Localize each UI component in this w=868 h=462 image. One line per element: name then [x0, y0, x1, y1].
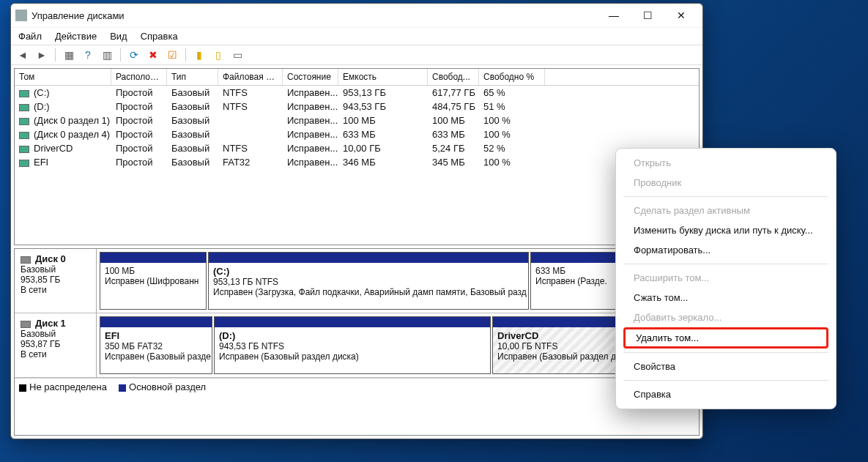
action1-icon[interactable]: ▮ — [192, 48, 207, 62]
menu-action[interactable]: Действие — [55, 31, 97, 42]
menubar: Файл Действие Вид Справка — [11, 27, 702, 45]
table-row[interactable]: (Диск 0 раздел 1)ПростойБазовыйИсправен.… — [15, 113, 699, 127]
col-status[interactable]: Состояние — [283, 69, 338, 85]
cm-shrink[interactable]: Сжать том... — [616, 288, 836, 308]
disk-block: Диск 1Базовый953,87 ГБВ сетиEFI350 МБ FA… — [15, 313, 699, 378]
titlebar[interactable]: Управление дисками — ☐ ✕ — [11, 4, 702, 27]
table-row[interactable]: DriverCDПростойБазовыйNTFSИсправен...10,… — [15, 141, 699, 155]
app-icon — [15, 10, 27, 21]
table-row[interactable]: (D:)ПростойБазовыйNTFSИсправен...943,53 … — [15, 100, 699, 113]
cm-format[interactable]: Форматировать... — [616, 240, 836, 260]
table-row[interactable]: (Диск 0 раздел 4)ПростойБазовыйИсправен.… — [15, 127, 699, 141]
volume-table-body: (C:)ПростойБазовыйNTFSИсправен...953,13 … — [15, 86, 699, 169]
minimize-button[interactable]: — — [597, 4, 631, 26]
cm-props[interactable]: Свойства — [616, 357, 836, 376]
menu-help[interactable]: Справка — [141, 31, 178, 42]
action2-icon[interactable]: ▯ — [211, 48, 226, 62]
disk-label[interactable]: Диск 0Базовый953,85 ГБВ сети — [15, 249, 97, 313]
legend-primary: Основной раздел — [129, 381, 206, 392]
cm-delete[interactable]: Удалить том... — [623, 327, 828, 349]
col-volume[interactable]: Том — [15, 69, 111, 85]
col-freepct[interactable]: Свободно % — [479, 69, 545, 85]
check-icon[interactable]: ☑ — [165, 48, 179, 62]
cm-open[interactable]: Открыть — [616, 153, 836, 173]
disk-label[interactable]: Диск 1Базовый953,87 ГБВ сети — [15, 313, 97, 377]
legend-unalloc: Не распределена — [29, 381, 107, 392]
col-type[interactable]: Тип — [167, 69, 218, 85]
partition[interactable]: (D:)943,53 ГБ NTFSИсправен (Базовый разд… — [214, 316, 491, 374]
cm-letter[interactable]: Изменить букву диска или путь к диску... — [616, 220, 836, 240]
grid-icon[interactable]: ▦ — [62, 48, 76, 62]
props-icon[interactable]: ▥ — [100, 48, 114, 62]
volume-table[interactable]: Том Располож... Тип Файловая с... Состоя… — [14, 68, 700, 245]
refresh-icon[interactable]: ⟳ — [127, 48, 141, 62]
help-icon[interactable]: ? — [81, 48, 95, 62]
col-layout[interactable]: Располож... — [111, 69, 167, 85]
cm-active[interactable]: Сделать раздел активным — [616, 201, 836, 220]
cm-mirror[interactable]: Добавить зеркало... — [616, 308, 836, 327]
maximize-button[interactable]: ☐ — [631, 4, 664, 26]
menu-file[interactable]: Файл — [18, 31, 42, 42]
disk-map: Диск 0Базовый953,85 ГБВ сети100 МБИсправ… — [14, 248, 700, 436]
cm-explorer[interactable]: Проводник — [616, 173, 836, 193]
partition[interactable]: 100 МБИсправен (Шифрованн — [100, 252, 207, 310]
col-capacity[interactable]: Емкость — [338, 69, 428, 85]
partition[interactable]: (C:)953,13 ГБ NTFSИсправен (Загрузка, Фа… — [208, 252, 529, 310]
col-fs[interactable]: Файловая с... — [218, 69, 283, 85]
window-title: Управление дисками — [31, 10, 597, 21]
cm-extend[interactable]: Расширить том... — [616, 268, 836, 288]
disk-management-window: Управление дисками — ☐ ✕ Файл Действие В… — [10, 3, 703, 439]
action3-icon[interactable]: ▭ — [230, 48, 245, 62]
volume-table-header[interactable]: Том Располож... Тип Файловая с... Состоя… — [15, 69, 699, 86]
back-icon[interactable]: ◄ — [15, 48, 30, 62]
menu-view[interactable]: Вид — [110, 31, 127, 42]
table-row[interactable]: EFIПростойБазовыйFAT32Исправен...346 МБ3… — [15, 155, 699, 169]
disk-block: Диск 0Базовый953,85 ГБВ сети100 МБИсправ… — [15, 249, 699, 313]
partition[interactable]: EFI350 МБ FAT32Исправен (Базовый разде — [100, 316, 212, 374]
close-button[interactable]: ✕ — [664, 4, 698, 26]
content-area: Том Располож... Тип Файловая с... Состоя… — [11, 65, 702, 439]
toolbar: ◄ ► ▦ ? ▥ ⟳ ✖ ☑ ▮ ▯ ▭ — [11, 45, 702, 65]
forward-icon[interactable]: ► — [34, 48, 49, 62]
context-menu: Открыть Проводник Сделать раздел активны… — [615, 148, 837, 409]
cm-help[interactable]: Справка — [616, 384, 836, 404]
table-row[interactable]: (C:)ПростойБазовыйNTFSИсправен...953,13 … — [15, 86, 699, 100]
delete-icon[interactable]: ✖ — [146, 48, 160, 62]
col-free[interactable]: Свобод... — [428, 69, 479, 85]
legend: Не распределена Основной раздел — [15, 378, 699, 395]
